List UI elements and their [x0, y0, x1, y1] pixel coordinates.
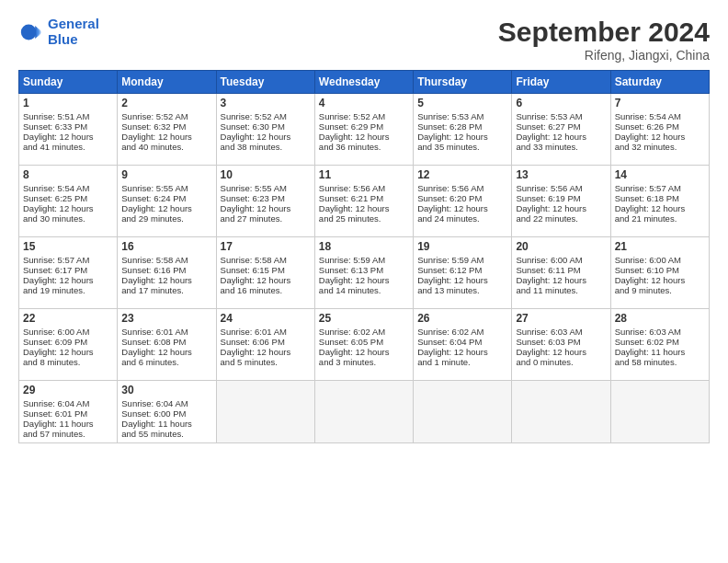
weekday-header-friday: Friday	[512, 71, 610, 94]
day-info-line: and 40 minutes.	[121, 142, 211, 152]
page: General Blue September 2024 Rifeng, Jian…	[0, 0, 728, 563]
day-info-line: Sunset: 6:23 PM	[221, 193, 311, 203]
day-info-line: Sunset: 6:15 PM	[221, 265, 311, 275]
day-info-line: and 14 minutes.	[319, 285, 409, 295]
day-cell: 8Sunrise: 5:54 AMSunset: 6:25 PMDaylight…	[19, 166, 118, 237]
day-cell: 18Sunrise: 5:59 AMSunset: 6:13 PMDayligh…	[314, 237, 413, 309]
day-cell	[414, 381, 512, 443]
day-info-line: Sunset: 6:05 PM	[319, 337, 409, 347]
day-info-line: and 0 minutes.	[516, 357, 606, 367]
weekday-header-saturday: Saturday	[610, 71, 709, 94]
day-info-line: Sunset: 6:17 PM	[23, 265, 113, 275]
logo-blue: Blue	[48, 31, 78, 47]
day-cell: 6Sunrise: 5:53 AMSunset: 6:27 PMDaylight…	[512, 94, 610, 166]
day-number: 15	[23, 240, 113, 253]
day-info-line: Sunset: 6:16 PM	[121, 265, 211, 275]
day-number: 11	[319, 168, 409, 181]
weekday-header-wednesday: Wednesday	[314, 71, 413, 94]
day-info-line: Daylight: 12 hours	[516, 275, 606, 285]
day-cell: 11Sunrise: 5:56 AMSunset: 6:21 PMDayligh…	[314, 166, 413, 237]
day-cell: 22Sunrise: 6:00 AMSunset: 6:09 PMDayligh…	[19, 309, 118, 381]
day-info-line: Sunrise: 6:03 AM	[615, 327, 705, 337]
day-info-line: Sunset: 6:25 PM	[23, 193, 113, 203]
day-number: 19	[417, 240, 507, 253]
day-info-line: Sunrise: 5:58 AM	[221, 255, 311, 265]
day-info-line: Sunrise: 5:54 AM	[23, 183, 113, 193]
day-number: 21	[615, 240, 705, 253]
day-info-line: Sunrise: 6:02 AM	[417, 327, 507, 337]
logo-text: General Blue	[48, 17, 99, 47]
day-number: 22	[23, 312, 113, 325]
day-info-line: Daylight: 12 hours	[221, 347, 311, 357]
day-info-line: Sunrise: 5:52 AM	[319, 111, 409, 121]
day-number: 28	[615, 312, 705, 325]
day-info-line: Daylight: 12 hours	[417, 275, 507, 285]
day-info-line: and 17 minutes.	[121, 285, 211, 295]
logo-icon	[18, 19, 44, 45]
day-info-line: Sunset: 6:27 PM	[516, 121, 606, 132]
day-info-line: Sunrise: 6:01 AM	[221, 327, 311, 337]
day-info-line: Sunset: 6:20 PM	[417, 193, 507, 203]
day-info-line: Sunset: 6:02 PM	[615, 337, 705, 347]
day-info-line: Sunrise: 5:58 AM	[121, 255, 211, 265]
day-info-line: and 33 minutes.	[516, 142, 606, 152]
day-info-line: Sunrise: 5:51 AM	[23, 111, 113, 121]
day-info-line: Daylight: 12 hours	[319, 203, 409, 213]
day-number: 27	[516, 312, 606, 325]
day-cell: 4Sunrise: 5:52 AMSunset: 6:29 PMDaylight…	[314, 94, 413, 166]
day-number: 25	[319, 312, 409, 325]
day-number: 30	[121, 384, 211, 396]
day-cell: 28Sunrise: 6:03 AMSunset: 6:02 PMDayligh…	[610, 309, 709, 381]
day-info-line: Daylight: 11 hours	[23, 419, 113, 429]
day-info-line: and 29 minutes.	[121, 213, 211, 224]
day-info-line: Daylight: 12 hours	[516, 132, 606, 142]
day-info-line: and 13 minutes.	[417, 285, 507, 295]
day-number: 24	[221, 312, 311, 325]
day-cell	[610, 381, 709, 443]
day-cell: 5Sunrise: 5:53 AMSunset: 6:28 PMDaylight…	[414, 94, 512, 166]
weekday-header-tuesday: Tuesday	[216, 71, 314, 94]
day-cell: 23Sunrise: 6:01 AMSunset: 6:08 PMDayligh…	[118, 309, 216, 381]
day-info-line: Daylight: 12 hours	[121, 347, 211, 357]
day-info-line: Sunrise: 6:00 AM	[516, 255, 606, 265]
day-info-line: Daylight: 11 hours	[615, 347, 705, 357]
day-cell: 19Sunrise: 5:59 AMSunset: 6:12 PMDayligh…	[414, 237, 512, 309]
day-number: 10	[221, 168, 311, 181]
logo: General Blue	[18, 17, 99, 47]
day-number: 9	[121, 168, 211, 181]
calendar-table: SundayMondayTuesdayWednesdayThursdayFrid…	[18, 70, 710, 443]
day-info-line: and 24 minutes.	[417, 213, 507, 224]
day-info-line: and 9 minutes.	[615, 285, 705, 295]
day-cell	[314, 381, 413, 443]
day-info-line: and 30 minutes.	[23, 213, 113, 224]
day-info-line: Sunset: 6:10 PM	[615, 265, 705, 275]
day-info-line: and 19 minutes.	[23, 285, 113, 295]
day-info-line: and 6 minutes.	[121, 357, 211, 367]
day-info-line: Sunrise: 6:00 AM	[23, 327, 113, 337]
day-info-line: Daylight: 12 hours	[417, 132, 507, 142]
day-info-line: Sunset: 6:11 PM	[516, 265, 606, 275]
header: General Blue September 2024 Rifeng, Jian…	[18, 17, 710, 63]
day-info-line: and 32 minutes.	[615, 142, 705, 152]
day-number: 4	[319, 97, 409, 109]
day-cell: 14Sunrise: 5:57 AMSunset: 6:18 PMDayligh…	[610, 166, 709, 237]
day-info-line: Daylight: 12 hours	[121, 203, 211, 213]
day-cell: 25Sunrise: 6:02 AMSunset: 6:05 PMDayligh…	[314, 309, 413, 381]
day-info-line: and 25 minutes.	[319, 213, 409, 224]
week-row-3: 15Sunrise: 5:57 AMSunset: 6:17 PMDayligh…	[19, 237, 710, 309]
week-row-2: 8Sunrise: 5:54 AMSunset: 6:25 PMDaylight…	[19, 166, 710, 237]
day-info-line: Sunset: 6:01 PM	[23, 408, 113, 419]
day-info-line: Daylight: 12 hours	[319, 275, 409, 285]
day-info-line: Sunset: 6:04 PM	[417, 337, 507, 347]
day-number: 23	[121, 312, 211, 325]
day-info-line: Daylight: 12 hours	[319, 132, 409, 142]
title-block: September 2024 Rifeng, Jiangxi, China	[498, 17, 710, 63]
day-info-line: Sunrise: 6:01 AM	[121, 327, 211, 337]
day-cell: 29Sunrise: 6:04 AMSunset: 6:01 PMDayligh…	[19, 381, 118, 443]
day-info-line: and 21 minutes.	[615, 213, 705, 224]
day-info-line: Daylight: 12 hours	[121, 275, 211, 285]
day-info-line: Daylight: 12 hours	[516, 347, 606, 357]
day-info-line: and 58 minutes.	[615, 357, 705, 367]
day-number: 2	[121, 97, 211, 109]
week-row-4: 22Sunrise: 6:00 AMSunset: 6:09 PMDayligh…	[19, 309, 710, 381]
